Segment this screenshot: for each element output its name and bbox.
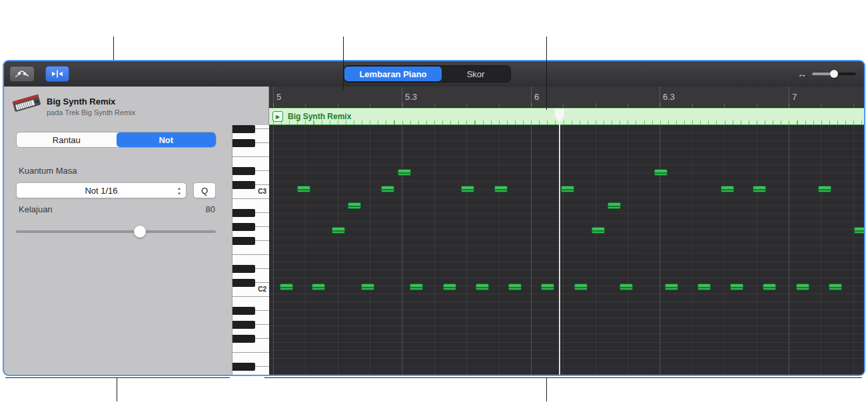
callout-line-top-center — [343, 37, 344, 90]
piano-roll-editor-window: Lembaran Piano Skor ↔ Big Synt — [3, 60, 865, 376]
horizontal-zoom-control: ↔ — [797, 69, 856, 79]
midi-note[interactable] — [753, 186, 766, 192]
midi-note[interactable] — [494, 186, 508, 192]
ruler-bar-label: 6.3 — [663, 92, 675, 102]
octave-key-label: C2 — [258, 286, 266, 293]
ruler-bar-line — [789, 87, 789, 108]
ruler-bar-line — [659, 87, 660, 108]
midi-note[interactable] — [592, 227, 605, 234]
quantize-dropdown[interactable]: Not 1/16 ▲▼ — [16, 182, 187, 198]
tab-piano-roll[interactable]: Lembaran Piano — [344, 67, 442, 81]
ruler-bar-label: 7 — [792, 92, 797, 102]
piano-key-black[interactable] — [232, 223, 255, 231]
quantize-value: Not 1/16 — [85, 186, 117, 196]
midi-note[interactable] — [312, 284, 325, 290]
chevron-up-down-icon: ▲▼ — [177, 186, 181, 196]
piano-key-black[interactable] — [232, 125, 255, 133]
automation-button[interactable] — [9, 66, 35, 82]
velocity-label: Kelajuan — [19, 204, 53, 214]
piano-key-black[interactable] — [232, 279, 255, 287]
piano-key-black[interactable] — [232, 237, 255, 245]
midi-note[interactable] — [461, 186, 474, 192]
piano-key-black[interactable] — [232, 209, 255, 217]
track-subtitle: pada Trek Big Synth Remix — [47, 108, 135, 116]
velocity-slider-knob[interactable] — [134, 226, 146, 238]
piano-key-black[interactable] — [232, 139, 255, 147]
ruler-bar-line — [531, 87, 532, 108]
ruler[interactable]: 55.366.37 — [269, 87, 864, 108]
editor-inspector: Big Synth Remix pada Trek Big Synth Remi… — [4, 87, 269, 375]
callout-line-top-right — [546, 37, 547, 110]
piano-key-black[interactable] — [232, 307, 255, 315]
ruler-bar-label: 6 — [534, 92, 539, 102]
piano-key-black[interactable] — [232, 363, 255, 371]
midi-note[interactable] — [280, 284, 293, 290]
quantize-q-button[interactable]: Q — [193, 182, 216, 198]
tab-score[interactable]: Skor — [442, 67, 510, 81]
midi-note[interactable] — [561, 186, 574, 192]
piano-key-black[interactable] — [232, 181, 255, 189]
midi-note[interactable] — [763, 284, 776, 290]
midi-note[interactable] — [398, 169, 411, 176]
tab-region[interactable]: Rantau — [17, 132, 117, 147]
midi-note[interactable] — [818, 186, 831, 192]
midi-note[interactable] — [730, 284, 743, 290]
ruler-bar-label: 5.3 — [405, 92, 417, 102]
midi-note[interactable] — [297, 186, 310, 192]
midi-note[interactable] — [541, 284, 554, 290]
lane-ticks — [269, 120, 864, 124]
midi-note[interactable] — [361, 284, 374, 290]
inspector-mode-tabs: Rantau Not — [16, 132, 217, 148]
catch-playhead-button[interactable] — [45, 66, 69, 82]
callout-stem-bottom-left — [117, 377, 117, 401]
piano-key-black[interactable] — [232, 265, 255, 273]
piano-keyboard[interactable]: C3C2 — [232, 125, 269, 375]
midi-note[interactable] — [654, 169, 667, 176]
piano-roll-area: 55.366.37 ▶ Big Synth Remix — [269, 87, 864, 375]
midi-note[interactable] — [620, 284, 633, 290]
callout-line-top-left — [113, 37, 114, 60]
track-icon — [11, 92, 43, 114]
midi-note[interactable] — [796, 284, 809, 290]
callout-bracket-bottom-left — [5, 377, 230, 378]
midi-note[interactable] — [476, 284, 489, 290]
midi-note[interactable] — [381, 186, 394, 192]
midi-note[interactable] — [332, 227, 345, 234]
midi-note[interactable] — [443, 284, 456, 290]
midi-note[interactable] — [348, 202, 361, 209]
zoom-slider[interactable] — [812, 73, 856, 75]
midi-note[interactable] — [574, 284, 588, 290]
note-grid[interactable] — [269, 125, 864, 375]
ruler-bar-line — [402, 87, 402, 108]
velocity-slider[interactable] — [16, 230, 216, 233]
zoom-slider-knob[interactable] — [830, 70, 838, 78]
horizontal-zoom-icon: ↔ — [797, 69, 807, 79]
midi-note[interactable] — [508, 284, 522, 290]
editor-view-tabs: Lembaran Piano Skor — [343, 65, 511, 83]
quantize-label: Kuantum Masa — [19, 166, 77, 176]
ruler-bar-line — [273, 87, 274, 108]
midi-note[interactable] — [608, 202, 621, 209]
midi-note[interactable] — [697, 284, 711, 290]
piano-key-black[interactable] — [232, 335, 255, 343]
playhead-line[interactable] — [559, 108, 560, 375]
play-icon: ▶ — [276, 114, 280, 120]
velocity-value: 80 — [206, 204, 215, 214]
midi-note[interactable] — [665, 284, 678, 290]
midi-note[interactable] — [854, 227, 864, 234]
piano-key-black[interactable] — [232, 167, 255, 175]
callout-bracket-bottom-right — [264, 377, 862, 378]
midi-note[interactable] — [410, 284, 423, 290]
piano-key-black[interactable] — [232, 321, 255, 329]
catch-playhead-icon — [51, 70, 63, 78]
midi-note[interactable] — [829, 284, 842, 290]
region-lane[interactable]: ▶ Big Synth Remix — [269, 108, 864, 125]
ruler-bar-label: 5 — [276, 92, 281, 102]
track-title: Big Synth Remix — [47, 97, 115, 106]
octave-key-label: C3 — [258, 188, 266, 195]
tab-note[interactable]: Not — [117, 132, 217, 147]
midi-note[interactable] — [721, 186, 734, 192]
callout-stem-bottom-right — [546, 377, 547, 401]
automation-curve-icon — [15, 70, 29, 78]
editor-toolbar: Lembaran Piano Skor ↔ — [4, 61, 864, 87]
